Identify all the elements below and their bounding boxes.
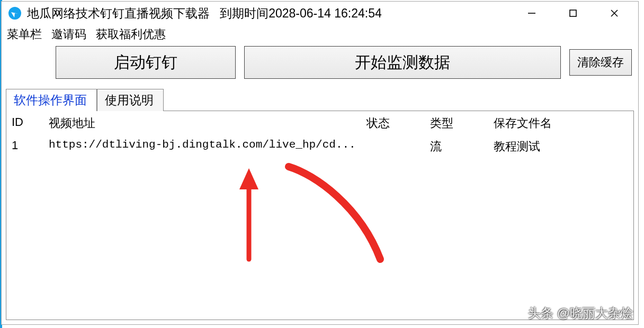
- clear-cache-button[interactable]: 清除缓存: [569, 49, 632, 76]
- tab-instructions[interactable]: 使用说明: [97, 89, 164, 111]
- main-window: 地瓜网络技术钉钉直播视频下载器 到期时间2028-06-14 16:24:54 …: [1, 1, 639, 325]
- launch-dingtalk-button[interactable]: 启动钉钉: [56, 46, 236, 79]
- col-header-type[interactable]: 类型: [425, 111, 488, 134]
- menu-item-benefits[interactable]: 获取福利优惠: [96, 26, 166, 42]
- cell-id: 1: [6, 134, 43, 158]
- tab-operation[interactable]: 软件操作界面: [6, 89, 97, 111]
- app-title: 地瓜网络技术钉钉直播视频下载器 到期时间2028-06-14 16:24:54: [27, 5, 382, 22]
- app-icon: [8, 6, 22, 20]
- menu-item-invite[interactable]: 邀请码: [51, 26, 86, 42]
- maximize-button[interactable]: [552, 2, 594, 25]
- action-row: 启动钉钉 开始监测数据 清除缓存: [2, 44, 638, 83]
- titlebar: 地瓜网络技术钉钉直播视频下载器 到期时间2028-06-14 16:24:54: [2, 2, 638, 25]
- cell-type: 流: [425, 134, 488, 158]
- minimize-button[interactable]: [511, 2, 552, 25]
- cell-url: https://dtliving-bj.dingtalk.com/live_hp…: [43, 134, 361, 158]
- col-header-id[interactable]: ID: [6, 111, 43, 134]
- col-header-filename[interactable]: 保存文件名: [488, 111, 633, 134]
- start-monitor-button[interactable]: 开始监测数据: [244, 46, 561, 79]
- content-panel: ID 视频地址 状态 类型 保存文件名 1 https://dtliving-b…: [6, 111, 634, 320]
- video-table: ID 视频地址 状态 类型 保存文件名 1 https://dtliving-b…: [6, 111, 633, 158]
- svg-rect-2: [570, 10, 576, 16]
- cell-status: [361, 134, 425, 158]
- tab-strip: 软件操作界面 使用说明: [2, 85, 638, 111]
- window-controls: [511, 2, 635, 25]
- cell-filename: 教程测试: [488, 134, 633, 158]
- col-header-url[interactable]: 视频地址: [43, 111, 361, 134]
- table-row[interactable]: 1 https://dtliving-bj.dingtalk.com/live_…: [6, 134, 633, 158]
- menubar: 菜单栏 邀请码 获取福利优惠: [2, 25, 638, 44]
- menu-item-main[interactable]: 菜单栏: [7, 26, 42, 42]
- close-button[interactable]: [594, 2, 635, 25]
- table-header-row: ID 视频地址 状态 类型 保存文件名: [6, 111, 633, 134]
- col-header-status[interactable]: 状态: [361, 111, 425, 134]
